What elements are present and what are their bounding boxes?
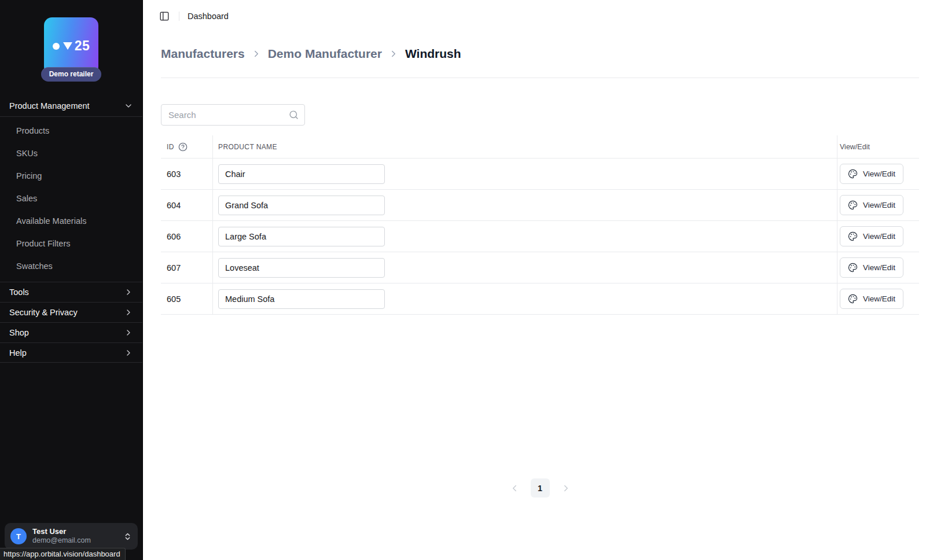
product-management-submenu: Products SKUs Pricing Sales Available Ma… xyxy=(0,117,142,282)
user-name: Test User xyxy=(32,527,117,536)
pagination: 1 xyxy=(161,478,919,498)
breadcrumb-current-windrush: Windrush xyxy=(405,47,461,61)
product-id: 606 xyxy=(167,232,181,241)
user-info: Test User demo@email.com xyxy=(32,527,117,546)
sidebar-item-pricing[interactable]: Pricing xyxy=(0,164,142,187)
panel-left-icon xyxy=(159,11,170,21)
palette-icon xyxy=(848,294,858,304)
brand-logo: 25 Demo retailer xyxy=(0,0,142,82)
product-id: 607 xyxy=(167,263,181,272)
search-input[interactable] xyxy=(168,110,289,120)
sidebar-item-product-filters[interactable]: Product Filters xyxy=(0,232,142,255)
chevron-right-icon xyxy=(388,49,399,59)
section-label: Help xyxy=(9,348,27,358)
section-label: Tools xyxy=(9,288,29,297)
view-edit-button[interactable]: View/Edit xyxy=(840,226,903,246)
section-label: Security & Privacy xyxy=(9,308,78,317)
chevron-right-icon xyxy=(124,308,133,317)
pagination-prev-button[interactable] xyxy=(508,482,521,495)
header-view-edit: View/Edit xyxy=(837,135,919,158)
palette-icon xyxy=(848,200,858,210)
table-row: 603 View/Edit xyxy=(161,159,919,190)
breadcrumb-demo-manufacturer[interactable]: Demo Manufacturer xyxy=(268,47,382,61)
product-name-input[interactable] xyxy=(218,164,385,184)
chevrons-up-down-icon xyxy=(123,532,132,541)
view-edit-button[interactable]: View/Edit xyxy=(840,257,903,278)
header-id-label: ID xyxy=(167,143,174,151)
sidebar-toggle-button[interactable] xyxy=(158,10,171,23)
table-row: 606 View/Edit xyxy=(161,221,919,252)
sidebar-item-swatches[interactable]: Swatches xyxy=(0,255,142,277)
product-name-input[interactable] xyxy=(218,227,385,246)
chevron-right-icon xyxy=(124,288,133,297)
sidebar-item-available-materials[interactable]: Available Materials xyxy=(0,209,142,232)
view-edit-label: View/Edit xyxy=(863,232,895,241)
logo-circle-icon xyxy=(53,43,60,50)
logo-triangle-icon xyxy=(63,42,72,50)
products-table: ID PRODUCT NAME View/Edit 603 View/Edit xyxy=(161,135,919,315)
header-view-edit-label: View/Edit xyxy=(840,143,870,151)
view-edit-button[interactable]: View/Edit xyxy=(840,289,903,309)
search-box xyxy=(161,104,305,126)
main-area: Dashboard Manufacturers Demo Manufacture… xyxy=(143,0,937,560)
pagination-page-1[interactable]: 1 xyxy=(531,478,550,498)
chevron-right-icon xyxy=(124,328,133,337)
pagination-next-button[interactable] xyxy=(560,482,572,495)
sidebar-item-skus[interactable]: SKUs xyxy=(0,142,142,164)
chevron-left-icon xyxy=(509,483,520,493)
chevron-right-icon xyxy=(561,483,571,493)
user-menu[interactable]: T Test User demo@email.com xyxy=(5,523,138,550)
sidebar-section-help[interactable]: Help xyxy=(0,342,142,363)
sidebar: 25 Demo retailer Product Management Prod… xyxy=(0,0,143,560)
section-label: Product Management xyxy=(9,101,90,110)
palette-icon xyxy=(848,263,858,272)
header-product-name-label: PRODUCT NAME xyxy=(218,143,277,151)
table-row: 605 View/Edit xyxy=(161,283,919,315)
palette-icon xyxy=(848,169,858,179)
table-row: 607 View/Edit xyxy=(161,252,919,283)
table-header-row: ID PRODUCT NAME View/Edit xyxy=(161,135,919,159)
view-edit-label: View/Edit xyxy=(863,201,895,209)
product-name-input[interactable] xyxy=(218,196,385,215)
table-row: 604 View/Edit xyxy=(161,190,919,221)
sidebar-item-sales[interactable]: Sales xyxy=(0,187,142,209)
topbar-breadcrumb-dashboard[interactable]: Dashboard xyxy=(188,12,229,21)
product-id: 603 xyxy=(167,170,181,179)
product-name-input[interactable] xyxy=(218,258,385,278)
chevron-down-icon xyxy=(124,101,133,110)
browser-status-url: https://app.orbital.vision/dashboard xyxy=(0,548,126,560)
sidebar-section-tools[interactable]: Tools xyxy=(0,282,142,302)
header-product-name: PRODUCT NAME xyxy=(213,135,837,158)
avatar: T xyxy=(10,528,27,544)
breadcrumb-divider xyxy=(161,78,919,78)
ov25-logo: 25 xyxy=(44,17,98,75)
view-edit-label: View/Edit xyxy=(863,294,895,303)
chevron-right-icon xyxy=(124,348,133,358)
sidebar-section-security-privacy[interactable]: Security & Privacy xyxy=(0,302,142,322)
view-edit-button[interactable]: View/Edit xyxy=(840,164,903,184)
breadcrumb: Manufacturers Demo Manufacturer Windrush xyxy=(161,47,919,61)
user-email: demo@email.com xyxy=(32,536,117,546)
header-id: ID xyxy=(161,135,213,158)
breadcrumb-manufacturers[interactable]: Manufacturers xyxy=(161,47,245,61)
product-id: 604 xyxy=(167,201,181,210)
product-id: 605 xyxy=(167,294,181,304)
sidebar-item-products[interactable]: Products xyxy=(0,119,142,142)
chevron-right-icon xyxy=(251,49,262,59)
page-content: Manufacturers Demo Manufacturer Windrush… xyxy=(143,32,937,560)
retailer-badge: Demo retailer xyxy=(41,67,102,82)
palette-icon xyxy=(848,231,858,241)
view-edit-button[interactable]: View/Edit xyxy=(840,195,903,215)
topbar: Dashboard xyxy=(143,0,937,32)
view-edit-label: View/Edit xyxy=(863,170,895,178)
sidebar-section-shop[interactable]: Shop xyxy=(0,322,142,342)
help-circle-icon[interactable] xyxy=(178,142,188,152)
topbar-divider xyxy=(179,12,179,21)
sidebar-nav: Product Management Products SKUs Pricing… xyxy=(0,95,142,363)
search-icon xyxy=(289,110,299,120)
sidebar-section-product-management[interactable]: Product Management xyxy=(0,95,142,117)
view-edit-label: View/Edit xyxy=(863,263,895,272)
product-name-input[interactable] xyxy=(218,289,385,309)
section-label: Shop xyxy=(9,328,29,337)
logo-number: 25 xyxy=(75,38,90,54)
